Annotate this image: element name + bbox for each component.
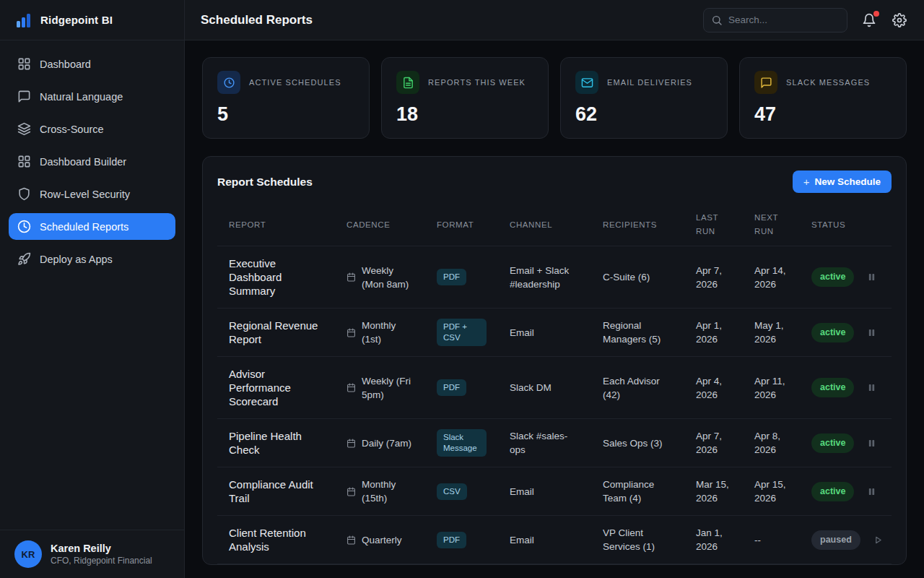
format-badge: PDF	[437, 379, 466, 396]
user-profile[interactable]: KR Karen Reilly CFO, Ridgepoint Financia…	[0, 530, 184, 578]
user-name: Karen Reilly	[51, 543, 152, 554]
sidebar-item-label: Dashboard Builder	[40, 156, 126, 168]
stat-value: 5	[217, 103, 354, 126]
pause-button[interactable]	[866, 272, 877, 282]
column-header-cadence: CADENCE	[335, 211, 425, 239]
pause-button[interactable]	[866, 438, 877, 449]
stat-value: 62	[575, 103, 712, 126]
notification-dot	[873, 11, 879, 17]
next-run-cell: Apr 15, 2026	[743, 467, 800, 515]
next-run-cell: May 1, 2026	[743, 309, 800, 356]
new-schedule-button[interactable]: + New Schedule	[793, 171, 892, 193]
column-header-report: REPORT	[217, 211, 335, 239]
stat-value: 47	[754, 103, 892, 126]
recipients-cell: Regional Managers (5)	[591, 309, 684, 356]
cadence-cell: Quarterly	[335, 523, 425, 557]
column-header-next-run: NEXT RUN	[743, 204, 800, 246]
report-schedules-panel: Report Schedules + New Schedule REPORT C…	[202, 156, 907, 565]
sidebar-item-label: Natural Language	[40, 91, 123, 103]
gear-icon	[892, 13, 907, 27]
table-row: Executive Dashboard SummaryWeekly (Mon 8…	[217, 246, 892, 309]
recipients-cell: VP Client Services (1)	[591, 516, 684, 564]
sidebar-item-scheduled-reports[interactable]: Scheduled Reports	[9, 213, 175, 240]
table-body: Executive Dashboard SummaryWeekly (Mon 8…	[203, 246, 906, 564]
next-run-cell: Apr 14, 2026	[743, 254, 800, 301]
grid-icon	[17, 155, 31, 168]
channel-cell: Email	[498, 523, 591, 557]
chat-icon	[17, 90, 31, 103]
calendar-icon	[346, 439, 356, 448]
status-badge: active	[811, 378, 854, 397]
table-row: Regional Revenue ReportMonthly (1st)PDF …	[217, 309, 892, 357]
pause-button[interactable]	[866, 486, 877, 497]
brand-name: Ridgepoint BI	[40, 14, 113, 26]
calendar-icon	[346, 272, 356, 282]
cadence-cell: Monthly (15th)	[335, 467, 425, 515]
cadence-cell: Weekly (Fri 5pm)	[335, 364, 425, 412]
search-input[interactable]	[728, 14, 840, 25]
last-run-cell: Apr 4, 2026	[684, 364, 743, 412]
cadence-cell: Weekly (Mon 8am)	[335, 254, 425, 301]
recipients-cell: Sales Ops (3)	[591, 426, 684, 460]
next-run-cell: Apr 11, 2026	[743, 364, 800, 412]
sidebar-item-dashboard[interactable]: Dashboard	[9, 51, 175, 77]
pause-button[interactable]	[866, 327, 877, 338]
resume-button[interactable]	[873, 535, 884, 545]
sidebar-item-cross-source[interactable]: Cross-Source	[9, 116, 175, 142]
mail-icon	[575, 71, 598, 94]
calendar-icon	[346, 487, 356, 496]
calendar-icon	[346, 535, 356, 545]
format-badge: PDF	[437, 269, 466, 285]
pause-button[interactable]	[866, 382, 877, 393]
report-name: Pipeline Health Check	[217, 419, 335, 467]
sidebar-item-deploy-as-apps[interactable]: Deploy as Apps	[9, 246, 175, 272]
format-badge: PDF	[437, 532, 466, 548]
recipients-cell: C-Suite (6)	[591, 260, 684, 294]
report-name: Client Retention Analysis	[217, 516, 335, 564]
next-run-cell: Apr 8, 2026	[743, 419, 800, 467]
recipients-cell: Each Advisor (42)	[591, 364, 684, 412]
stat-value: 18	[396, 103, 533, 126]
last-run-cell: Jan 1, 2026	[684, 516, 743, 564]
stat-label: REPORTS THIS WEEK	[428, 78, 526, 87]
stat-label: SLACK MESSAGES	[786, 78, 870, 87]
logo-bar-chart-icon	[14, 11, 33, 30]
last-run-cell: Apr 1, 2026	[684, 309, 743, 356]
pause-icon	[868, 329, 876, 337]
cadence-cell: Daily (7am)	[335, 426, 425, 460]
calendar-icon	[346, 383, 356, 392]
settings-button[interactable]	[891, 12, 908, 29]
clock-icon	[17, 220, 31, 233]
notifications-button[interactable]	[860, 12, 878, 29]
page-title: Scheduled Reports	[201, 13, 313, 27]
table-row: Advisor Performance ScorecardWeekly (Fri…	[217, 357, 892, 419]
user-role: CFO, Ridgepoint Financial	[51, 556, 152, 566]
sidebar-item-row-level-security[interactable]: Row-Level Security	[9, 181, 175, 207]
play-icon	[874, 536, 882, 544]
sidebar-item-dashboard-builder[interactable]: Dashboard Builder	[9, 148, 175, 175]
sidebar: Ridgepoint BI Dashboard Natural Language…	[0, 0, 185, 578]
search-box	[703, 8, 847, 33]
file-text-icon	[396, 71, 419, 94]
status-badge: active	[811, 434, 854, 453]
format-badge: CSV	[437, 483, 467, 500]
message-icon	[754, 71, 777, 94]
column-header-format: FORMAT	[425, 211, 498, 239]
column-header-last-run: LAST RUN	[684, 204, 743, 246]
sidebar-item-label: Dashboard	[40, 59, 91, 70]
report-name: Regional Revenue Report	[217, 309, 335, 356]
column-header-channel: CHANNEL	[498, 211, 591, 239]
table-row: Client Retention AnalysisQuarterlyPDFEma…	[217, 516, 892, 564]
cadence-cell: Monthly (1st)	[335, 309, 425, 356]
report-name: Compliance Audit Trail	[217, 467, 335, 515]
calendar-icon	[346, 328, 356, 337]
stat-label: EMAIL DELIVERIES	[607, 78, 692, 87]
pause-icon	[868, 273, 876, 281]
channel-cell: Email	[498, 316, 591, 350]
stat-card-active-schedules: ACTIVE SCHEDULES 5	[202, 57, 370, 139]
sidebar-item-natural-language[interactable]: Natural Language	[9, 83, 175, 110]
channel-cell: Email	[498, 475, 591, 509]
report-name: Advisor Performance Scorecard	[217, 357, 335, 418]
layers-icon	[17, 122, 31, 136]
table-row: Compliance Audit TrailMonthly (15th)CSVE…	[217, 467, 892, 516]
